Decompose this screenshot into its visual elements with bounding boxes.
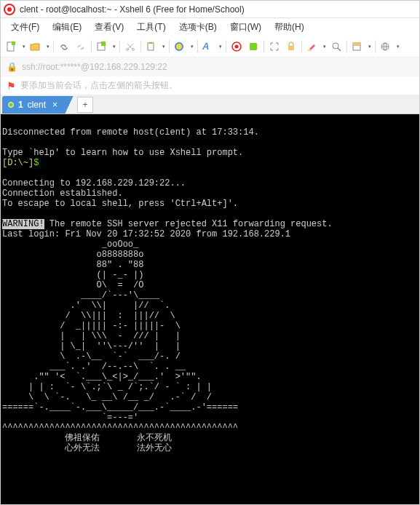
menu-help[interactable]: 帮助(H) xyxy=(269,20,310,35)
term-line: To escape to local shell, press 'Ctrl+Al… xyxy=(2,199,238,209)
separator xyxy=(197,40,198,53)
properties-icon xyxy=(96,41,106,52)
terminal[interactable]: Disconnected from remote host(clent) at … xyxy=(1,114,419,505)
xftp-button[interactable] xyxy=(245,39,261,55)
close-tab-button[interactable]: × xyxy=(50,100,60,110)
broken-link-icon xyxy=(76,41,86,52)
disconnect-button[interactable] xyxy=(73,39,89,55)
warning-rest: The remote SSH server rejected X11 forwa… xyxy=(44,219,333,229)
svg-rect-8 xyxy=(148,43,154,50)
svg-point-1 xyxy=(7,7,12,12)
svg-rect-14 xyxy=(288,46,294,50)
plus-icon: + xyxy=(83,100,88,110)
separator xyxy=(140,40,141,53)
color-scheme-button[interactable]: ▾ xyxy=(172,39,195,55)
ascii-art: .' \\| |// `. xyxy=(2,301,170,311)
menu-tools[interactable]: 工具(T) xyxy=(131,20,171,35)
ascii-art: _ooOoo_ xyxy=(2,239,138,250)
term-line: Type `help' to learn how to use Xshell p… xyxy=(2,148,243,158)
menu-view[interactable]: 查看(V) xyxy=(89,20,130,35)
menu-window[interactable]: 窗口(W) xyxy=(224,20,267,35)
chevron-down-icon: ▾ xyxy=(368,44,371,49)
toolbar: ▾ ▾ ▾ ▾ ▾ A ▾ xyxy=(1,36,419,57)
link-icon xyxy=(59,41,69,52)
bless-line: 心外无法 法外无心 xyxy=(2,443,172,453)
separator xyxy=(264,40,264,53)
separator xyxy=(53,40,54,53)
address-text: ssh://root:******@192.168.229.129:22 xyxy=(22,62,167,72)
ascii-art: \ .-\__ `-` ___/-. / xyxy=(2,351,181,362)
menu-edit[interactable]: 编辑(E) xyxy=(47,20,87,35)
term-line: Connecting to 192.168.229.129:22... xyxy=(2,178,186,188)
circle-icon xyxy=(174,41,184,52)
separator xyxy=(226,40,226,53)
chevron-down-icon: ▾ xyxy=(23,44,25,49)
separator xyxy=(375,40,376,53)
chevron-down-icon: ▾ xyxy=(219,44,222,49)
marker-icon xyxy=(306,41,317,52)
lock-button[interactable] xyxy=(283,39,299,55)
ascii-art: ."" '< `.___\_<|>_/___.' >'"". xyxy=(2,372,202,382)
svg-rect-9 xyxy=(149,42,152,44)
new-session-button[interactable]: ▾ xyxy=(4,39,27,55)
prompt-dollar: $ xyxy=(33,158,39,168)
session-tab[interactable]: 1 clent × xyxy=(2,96,74,114)
menu-tabs[interactable]: 选项卡(B) xyxy=(173,20,223,35)
hintbar: ⚑ 要添加当前会话，点击左侧的箭头按钮。 xyxy=(1,76,419,95)
ascii-art: O\ = /O xyxy=(2,280,143,290)
svg-rect-20 xyxy=(353,43,360,45)
layout-button[interactable]: ▾ xyxy=(349,39,373,55)
ascii-art: | | \\\ - /// | | xyxy=(2,331,181,341)
add-tab-button[interactable]: + xyxy=(77,97,93,113)
tab-label: clent xyxy=(28,100,46,110)
ascii-art: \ \ `-. \_ __\ /__ _/ .-` / / xyxy=(2,392,212,402)
lock-icon xyxy=(286,41,296,52)
term-line: Last login: Fri Nov 20 17:32:52 2020 fro… xyxy=(2,229,290,239)
paste-button[interactable]: ▾ xyxy=(143,39,167,55)
menu-file[interactable]: 文件(F) xyxy=(5,20,45,35)
svg-line-17 xyxy=(338,48,341,51)
tab-edge xyxy=(64,96,74,114)
reconnect-button[interactable] xyxy=(56,39,72,55)
encoding-button[interactable]: ▾ xyxy=(378,39,401,55)
chevron-down-icon: ▾ xyxy=(191,44,194,49)
svg-rect-13 xyxy=(250,43,257,50)
ascii-art: ___`. .' /--.--\ `. . __ xyxy=(2,362,186,372)
term-line: Connection established. xyxy=(2,188,123,199)
ascii-art: / \\||| : |||// \ xyxy=(2,311,175,321)
separator xyxy=(91,40,92,53)
chevron-down-icon: ▾ xyxy=(162,44,165,49)
chevron-down-icon: ▾ xyxy=(323,44,326,49)
xshell-logo-icon xyxy=(4,4,15,15)
xshell-button[interactable] xyxy=(229,39,245,55)
window-title: clent - root@localhost:~ - Xshell 6 (Fre… xyxy=(20,4,245,15)
ascii-art: 88" . "88 xyxy=(2,260,143,270)
font-button[interactable]: A ▾ xyxy=(200,39,223,55)
svg-rect-15 xyxy=(308,49,312,51)
ascii-art: | \_| ''\---/'' | | xyxy=(2,341,181,351)
xshell-icon xyxy=(231,41,242,52)
open-session-button[interactable]: ▾ xyxy=(28,39,51,55)
addressbar[interactable]: 🔒 ssh://root:******@192.168.229.129:22 xyxy=(1,57,419,76)
ascii-art: (| -_- |) xyxy=(2,270,143,280)
layout-icon xyxy=(352,41,362,52)
svg-rect-5 xyxy=(101,41,106,46)
highlight-button[interactable]: ▾ xyxy=(304,39,328,55)
svg-rect-3 xyxy=(12,41,15,45)
flag-icon: ⚑ xyxy=(7,80,16,92)
search-icon xyxy=(331,41,341,52)
lock-icon: 🔒 xyxy=(7,62,17,72)
fullscreen-button[interactable] xyxy=(266,39,282,55)
tab-index: 1 xyxy=(18,100,23,110)
font-icon: A xyxy=(202,41,209,52)
cut-button[interactable] xyxy=(122,39,138,55)
ascii-art: | | : `- \`.;`\ _ /`;.`/ - ` : | | xyxy=(2,382,212,392)
warning-label: WARNING! xyxy=(2,219,44,229)
menubar: 文件(F) 编辑(E) 查看(V) 工具(T) 选项卡(B) 窗口(W) 帮助(… xyxy=(1,18,419,36)
tabstrip: 1 clent × + xyxy=(1,95,419,114)
folder-icon xyxy=(30,41,40,52)
find-button[interactable] xyxy=(328,39,344,55)
properties-button[interactable]: ▾ xyxy=(94,39,117,55)
chevron-down-icon: ▾ xyxy=(113,44,116,49)
hint-text: 要添加当前会话，点击左侧的箭头按钮。 xyxy=(20,79,178,92)
